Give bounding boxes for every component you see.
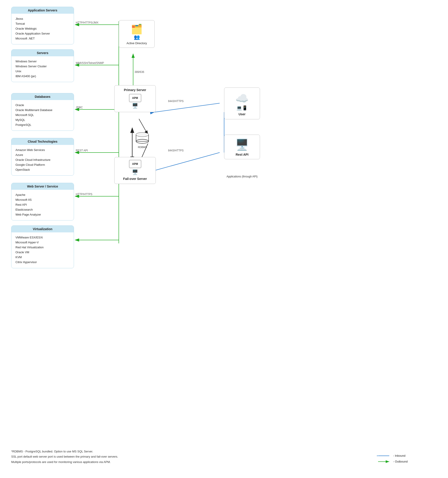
rest-api-sublabel: Applications (through API)	[224, 175, 260, 178]
legend-outbound: - Outbound	[377, 459, 408, 465]
svg-text:389/636: 389/636	[135, 70, 144, 74]
primary-apm-label: APM	[132, 96, 138, 100]
primary-server-label: Primary Server	[118, 88, 152, 92]
svg-text:JDBC: JDBC	[76, 106, 83, 109]
svg-line-22	[155, 103, 220, 112]
app-servers-body: Jboss Tomcat Oracle Weblogic Oracle Appp…	[12, 14, 74, 44]
svg-text:8443/HTTPS: 8443/HTTPS	[168, 149, 184, 152]
databases-body: Oracle Oracle Multitenant Database Micro…	[12, 100, 74, 131]
failover-server-label: Fail-over Server	[118, 177, 152, 181]
databases-box: Databases Oracle Oracle Multitenant Data…	[11, 93, 74, 131]
svg-text:HTTP/HTTPS: HTTP/HTTPS	[76, 193, 92, 196]
primary-monitor-icon: 🖥️	[118, 103, 152, 109]
app-servers-header: Application Servers	[12, 7, 74, 14]
svg-text:8443/HTTPS: 8443/HTTPS	[168, 100, 184, 103]
failover-apm-box: APM	[129, 160, 141, 168]
user-cloud-icon: ☁️	[227, 92, 258, 105]
active-directory-users-icon: 👥	[121, 34, 152, 40]
cloud-header: Cloud Technologies	[12, 138, 74, 145]
note-1: *RDBMS - PostgreSQL bundled. Option to u…	[11, 449, 118, 454]
servers-header: Servers	[12, 50, 74, 56]
rdbms-container: RDBMS	[135, 132, 149, 149]
note-3: Multiple ports/protocols are used for mo…	[11, 459, 118, 465]
virtualization-header: Virtualization	[12, 226, 74, 232]
rest-api-label: Rest API	[227, 153, 258, 156]
rdbms-label: RDBMS	[135, 146, 149, 149]
virtualization-box: Virtualization VMWware ESX/ESXi Microsof…	[11, 226, 74, 268]
rdbms-icon	[135, 132, 149, 145]
svg-point-30	[136, 132, 149, 137]
svg-text:HTTP/HTTPS/JMX: HTTP/HTTPS/JMX	[76, 21, 98, 24]
user-devices-icon: 💻📱	[227, 105, 258, 111]
legend-section: - Inbound - Outbound	[377, 453, 408, 465]
svg-text:WMI/SSH/Telnet/SNMP: WMI/SSH/Telnet/SNMP	[76, 62, 104, 65]
active-directory-box: 🗂️ 👥 Active Directory	[119, 20, 155, 48]
servers-box: Servers Windows Server Windows Server Cl…	[11, 49, 74, 82]
primary-server-box: Primary Server APM 🖥️	[114, 85, 156, 112]
web-server-header: Web Server / Service	[12, 183, 74, 190]
notes-section: *RDBMS - PostgreSQL bundled. Option to u…	[11, 449, 118, 465]
primary-apm-box: APM	[129, 94, 141, 102]
outbound-label: - Outbound	[393, 459, 408, 465]
servers-body: Windows Server Windows Server Cluster Un…	[12, 56, 74, 82]
virtualization-body: VMWware ESX/ESXi Microsoft Hyper-V Red H…	[12, 232, 74, 268]
inbound-label: - Inbound	[393, 453, 405, 459]
cloud-box: Cloud Technologies Amazon Web Services A…	[11, 138, 74, 176]
rest-api-monitor-icon: 🖥️	[227, 138, 258, 151]
rest-api-box: 🖥️ Rest API	[224, 135, 260, 159]
active-directory-label: Active Directory	[121, 42, 152, 45]
failover-server-box: APM 🖥️ Fail-over Server	[114, 157, 156, 184]
user-box: ☁️ 💻📱 User	[224, 88, 260, 119]
svg-line-24	[155, 152, 220, 170]
app-servers-box: Application Servers Jboss Tomcat Oracle …	[11, 7, 74, 44]
databases-header: Databases	[12, 93, 74, 100]
inbound-arrow-icon	[377, 454, 390, 458]
cloud-body: Amazon Web Services Azure Oracle Cloud I…	[12, 145, 74, 176]
note-2: SSL port default web server port is used…	[11, 454, 118, 459]
svg-text:REST API: REST API	[76, 149, 88, 152]
diagram-container: HTTP/HTTPS/JMX WMI/SSH/Telnet/SNMP JDBC …	[0, 0, 448, 478]
failover-apm-label: APM	[132, 162, 138, 165]
legend-inbound: - Inbound	[377, 453, 408, 459]
web-server-body: Apache Microsoft IIS Rest API Elasticsea…	[12, 190, 74, 220]
active-directory-icon: 🗂️	[121, 25, 152, 34]
user-label: User	[227, 112, 258, 116]
outbound-arrow-icon	[377, 460, 390, 463]
failover-monitor-icon: 🖥️	[118, 169, 152, 175]
web-server-box: Web Server / Service Apache Microsoft II…	[11, 183, 74, 220]
